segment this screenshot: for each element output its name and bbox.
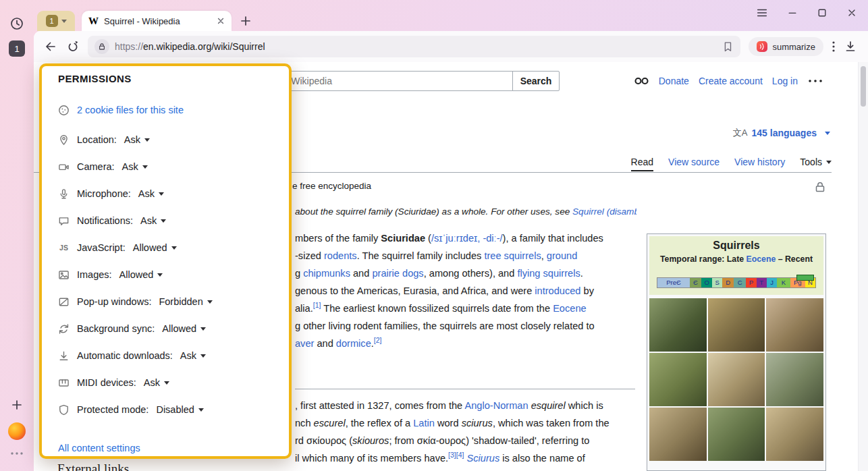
squirrel-photo[interactable] (766, 353, 823, 406)
wiki-link[interactable]: dormice (336, 338, 371, 349)
external-links-heading[interactable]: External links (57, 462, 129, 471)
squirrel-photo[interactable] (766, 298, 823, 352)
permission-value-dropdown[interactable]: Ask (138, 188, 164, 199)
wiki-link[interactable]: Anglo-Norman (464, 400, 528, 411)
tab-close-icon[interactable] (217, 17, 225, 25)
permission-value-dropdown[interactable]: Ask (122, 161, 148, 172)
wiki-link[interactable]: /sɪˈjuːrɪdeɪ, -diː-/ (431, 233, 503, 244)
squirrel-photo[interactable] (649, 298, 707, 352)
permission-value-dropdown[interactable]: Allowed (133, 242, 177, 253)
timeline-segment-PreЄ[interactable]: PreЄ (657, 278, 690, 287)
chevron-down-icon (200, 327, 206, 331)
wiki-link[interactable]: [2] (374, 336, 382, 344)
address-bar[interactable]: https://en.wikipedia.org/wiki/Squirrel (88, 36, 740, 57)
donate-link[interactable]: Donate (659, 76, 689, 86)
tab-read[interactable]: Read (631, 157, 653, 171)
downloads-button[interactable] (844, 40, 857, 53)
all-content-settings-link[interactable]: All content settings (58, 443, 140, 453)
url-text: https://en.wikipedia.org/wiki/Squirrel (115, 41, 716, 52)
timeline-segment-J[interactable]: J (767, 278, 777, 287)
permission-value-dropdown[interactable]: Allowed (162, 323, 206, 334)
close-icon[interactable] (846, 7, 857, 18)
page-protection-lock[interactable] (814, 181, 826, 193)
languages-button[interactable]: 文A 145 languages (733, 127, 830, 139)
permission-value-dropdown[interactable]: Disabled (156, 404, 203, 415)
timeline-segment-P[interactable]: P (746, 278, 757, 287)
wiki-link[interactable]: ground (547, 250, 577, 261)
squirrel-photo[interactable] (708, 298, 765, 352)
cookies-link[interactable]: 2 cookie files for this site (77, 105, 184, 115)
page-scrollbar[interactable] (858, 62, 868, 471)
chevron-down-icon[interactable] (61, 20, 67, 23)
squirrel-photo[interactable] (649, 353, 707, 406)
search-button[interactable]: Search (512, 71, 560, 91)
wiki-link[interactable]: rodents (324, 250, 357, 261)
timeline-segment-O[interactable]: O (701, 278, 713, 287)
permission-value-dropdown[interactable]: Ask (140, 215, 166, 226)
wiki-link[interactable]: flying squirrels (517, 268, 580, 279)
timeline-segment-Є[interactable]: Є (690, 278, 701, 287)
permission-value-dropdown[interactable]: Ask (144, 377, 169, 388)
wiki-link[interactable]: tree squirrels (484, 250, 541, 261)
tab-view-history[interactable]: View history (734, 157, 785, 167)
minimize-icon[interactable] (787, 7, 798, 18)
sidebar-add-button[interactable] (10, 398, 24, 412)
create-account-link[interactable]: Create account (699, 76, 763, 86)
wiki-link[interactable]: Eocene (553, 303, 587, 314)
wiki-link[interactable]: prairie dogs (372, 268, 423, 279)
sidebar-more-button[interactable] (9, 451, 24, 456)
timeline-segment-T[interactable]: T (757, 278, 767, 287)
wiki-link[interactable]: Eocene (747, 254, 776, 264)
maximize-icon[interactable] (817, 7, 828, 18)
site-security-badge[interactable] (94, 39, 109, 54)
sidebar-tab-counter[interactable]: 1 (9, 40, 25, 57)
history-button[interactable] (9, 16, 24, 31)
squirrel-photo[interactable] (766, 408, 823, 461)
tab-active[interactable]: W Squirrel - Wikipedia (82, 11, 232, 31)
permission-row-camera: Camera: Ask (58, 158, 279, 175)
permission-value-dropdown[interactable]: Forbidden (159, 296, 212, 307)
browser-menu-icon[interactable] (756, 7, 768, 19)
timeline-segment-label: D (722, 278, 734, 287)
wiki-link[interactable]: Latin (413, 418, 435, 428)
text-fragment: – Recent (776, 254, 813, 264)
squirrel-photo[interactable] (649, 408, 707, 461)
back-button[interactable] (43, 39, 58, 54)
bookmark-flag-icon[interactable] (722, 40, 734, 53)
wiki-link[interactable]: aver (295, 338, 314, 349)
user-menu-ellipsis-icon[interactable] (807, 78, 823, 84)
timeline-segment-label: O (701, 278, 713, 287)
wiki-link[interactable]: [3][4] (448, 451, 464, 459)
permission-row-images: Images: Allowed (58, 266, 279, 283)
tab-view-source[interactable]: View source (668, 157, 720, 167)
chevron-down-icon (198, 408, 204, 412)
wiki-link[interactable]: Sciurus (467, 453, 500, 464)
timeline-bar: PreЄЄOSDCPTJKPgN (657, 277, 816, 288)
summarize-button[interactable]: summarize (749, 37, 823, 56)
permission-value-dropdown[interactable]: Allowed (119, 269, 163, 280)
toolbar-more-button[interactable] (832, 40, 836, 53)
download-icon (58, 350, 70, 362)
permission-value-dropdown[interactable]: Ask (124, 134, 150, 145)
new-tab-button[interactable] (240, 15, 252, 27)
browser-logo-icon[interactable] (8, 422, 26, 440)
login-link[interactable]: Log in (772, 76, 798, 86)
appearance-icon[interactable] (634, 77, 649, 85)
tab-tools[interactable]: Tools (800, 157, 832, 167)
timeline-segment-C[interactable]: C (734, 278, 746, 287)
wiki-link[interactable]: introduced (535, 285, 580, 296)
wiki-link[interactable]: Squirrel (disambiguation) (572, 206, 636, 217)
wiki-link[interactable]: [1] (313, 301, 321, 309)
scrollbar-thumb[interactable] (861, 66, 866, 107)
wiki-link[interactable]: chipmunks (303, 268, 350, 279)
shield-icon (58, 404, 70, 416)
permission-row-javascript: JS JavaScript: Allowed (58, 239, 279, 256)
squirrel-photo[interactable] (708, 408, 765, 461)
timeline-segment-D[interactable]: D (722, 278, 734, 287)
timeline-segment-S[interactable]: S (712, 278, 722, 287)
timeline-segment-K[interactable]: K (777, 278, 790, 287)
tab-group[interactable]: 1 (37, 11, 75, 31)
squirrel-photo[interactable] (708, 353, 765, 406)
permission-value-dropdown[interactable]: Ask (180, 350, 206, 361)
reload-button[interactable] (66, 40, 80, 53)
